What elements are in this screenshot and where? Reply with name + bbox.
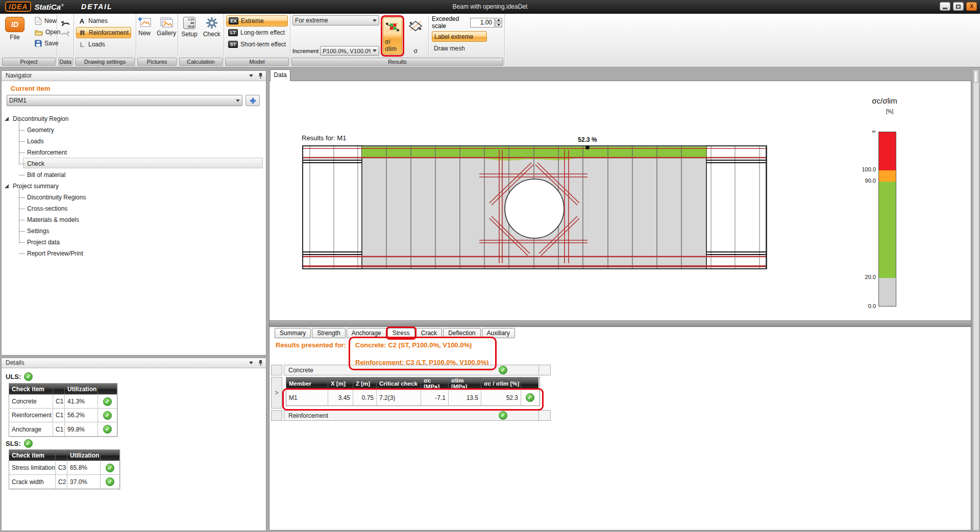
stepper-down-button[interactable]	[495, 23, 502, 28]
minimize-button[interactable]	[940, 2, 950, 11]
pin-icon[interactable]	[258, 360, 263, 366]
for-extreme-select[interactable]: For extreme	[292, 15, 379, 26]
add-item-button[interactable]	[246, 95, 260, 106]
tab-strength[interactable]: Strength	[312, 328, 345, 338]
table-row-m1[interactable]: M1 3.45 0.75 7.2(3) -7.1 13.5 52.3 ✓	[286, 390, 540, 406]
chevron-down-icon	[373, 19, 377, 22]
tree-item-cross-sections[interactable]: Cross-sections	[19, 204, 264, 214]
gallery-button[interactable]: Gallery	[155, 15, 178, 37]
label-extreme-toggle[interactable]: Label extreme	[432, 31, 487, 42]
sigma-slim-button[interactable]: σ/σlim	[383, 17, 402, 55]
check-button[interactable]: Check	[201, 15, 223, 38]
tab-auxiliary[interactable]: Auxiliary	[482, 328, 515, 338]
undo-icon[interactable]	[60, 20, 70, 27]
tab-crack[interactable]: Crack	[416, 328, 442, 338]
scale-tick-infinity: ∞	[850, 128, 876, 134]
expander-icon: >	[275, 389, 278, 396]
setup-icon: 1,15 90 25.8	[183, 17, 195, 29]
table-row[interactable]: Anchorage C1 99.8% ✓	[9, 422, 117, 436]
tree-item-label: Settings	[27, 227, 49, 235]
tree-item-settings[interactable]: Settings	[19, 226, 264, 236]
table-row[interactable]: Reinforcement C1 56.2% ✓	[9, 409, 117, 422]
increment-select[interactable]: P100.0%, V100.0%	[320, 46, 379, 56]
tab-stress[interactable]: Stress	[387, 328, 415, 338]
extreme-label: Extreme	[241, 17, 264, 24]
combination-cell: C1	[53, 409, 65, 422]
tree-expander-icon[interactable]	[5, 184, 9, 188]
short-term-toggle[interactable]: ST Short-term effect	[226, 39, 288, 50]
names-toggle[interactable]: A Names	[76, 15, 110, 27]
draw-mesh-toggle[interactable]: Draw mesh	[432, 43, 502, 54]
tree-item-label: Materials & models	[27, 216, 79, 223]
tab-deflection[interactable]: Deflection	[443, 328, 480, 338]
concrete-section-header[interactable]: Concrete ✓	[284, 365, 551, 375]
tab-data[interactable]: Data	[270, 69, 290, 81]
tree-item-loads[interactable]: Loads	[19, 136, 264, 146]
tree-item-project-data[interactable]: Project data	[19, 237, 264, 247]
names-label: Names	[88, 17, 108, 24]
tree-item-bill-of-material[interactable]: Bill of material	[19, 170, 264, 180]
tree-group-project-summary[interactable]: Project summary	[5, 181, 264, 191]
critical-check-cell: 7.2(3)	[377, 390, 421, 406]
table-row[interactable]: Concrete C1 41.3% ✓	[9, 395, 117, 409]
group-label-project: Project	[2, 58, 56, 66]
setup-button[interactable]: 1,15 90 25.8 Setup	[179, 15, 199, 38]
member-cell: M1	[286, 390, 328, 406]
app-logo: IDEA StatiCa® DETAIL	[5, 2, 113, 12]
vertical-scrollbar[interactable]	[973, 69, 979, 530]
tree-group-discontinuity-region[interactable]: Discontinuity Region	[5, 114, 264, 124]
current-item-select[interactable]: DRM1	[7, 95, 242, 106]
table-row[interactable]: Stress limitation C3 65.8% ✓	[9, 461, 119, 475]
results-for-label: Results for: M1	[302, 134, 346, 142]
tree-item-label: Report Preview/Print	[27, 250, 83, 257]
row-expander[interactable]: >	[271, 377, 282, 409]
tab-summary[interactable]: Summary	[275, 328, 311, 338]
long-term-toggle[interactable]: LT Long-term effect	[226, 27, 287, 38]
separator	[428, 16, 429, 57]
short-term-icon: ST	[228, 41, 238, 48]
picture-new-button[interactable]: New	[136, 15, 153, 37]
stepper-up-button[interactable]	[495, 18, 502, 22]
splitter-handle[interactable]	[270, 320, 971, 327]
chevron-down-icon	[236, 99, 240, 102]
tab-anchorage[interactable]: Anchorage	[347, 328, 386, 338]
tree-item-geometry[interactable]: Geometry	[19, 125, 264, 135]
reinforcement-section-header[interactable]: Reinforcement ✓	[284, 410, 551, 421]
pin-icon[interactable]	[258, 72, 263, 79]
exceeded-scale-input[interactable]	[470, 18, 495, 28]
ribbon-group-drawing-settings: A Names R Reinforcement L Loads Drawing …	[74, 14, 136, 67]
scrollbar-thumb[interactable]	[974, 70, 978, 83]
ribbon-group-calculation: 1,15 90 25.8 Setup Check	[178, 14, 224, 67]
concrete-section-title: Concrete	[288, 367, 313, 374]
idea-logo: IDEA	[5, 2, 31, 12]
tree-expander-icon[interactable]	[5, 117, 9, 121]
ribbon-group-project: ID File New Open Save Project	[1, 14, 57, 67]
redo-icon[interactable]	[60, 30, 70, 37]
close-button[interactable]: X	[966, 2, 977, 11]
reinforcement-toggle[interactable]: R Reinforcement	[76, 27, 131, 38]
tree-item-check[interactable]: Check	[19, 159, 264, 169]
sls-pass-icon: ✓	[24, 439, 33, 448]
panel-menu-icon[interactable]	[249, 362, 253, 364]
tree-item-reinforcement[interactable]: Reinforcement	[19, 147, 264, 158]
tree-item-discontinuity-regions[interactable]: Discontinuity Regions	[19, 192, 264, 202]
navigator-header[interactable]: Navigator	[2, 71, 266, 81]
pass-icon: ✓	[106, 477, 114, 486]
file-button[interactable]: ID File	[3, 15, 27, 41]
tree-item-materials-models[interactable]: Materials & models	[19, 215, 264, 225]
details-header[interactable]: Details	[2, 358, 266, 368]
ribbon-group-data: Data	[57, 14, 74, 67]
loads-toggle[interactable]: L Loads	[76, 39, 107, 50]
panel-menu-icon[interactable]	[249, 74, 253, 77]
maximize-button[interactable]	[953, 2, 964, 11]
navigator-panel: Navigator Current item DRM1 Discontinuit…	[1, 70, 266, 356]
open-folder-icon	[35, 29, 43, 36]
tree-item-report-preview-print[interactable]: Report Preview/Print	[19, 248, 264, 259]
table-row[interactable]: Crack width C2 37.0% ✓	[9, 475, 119, 489]
extreme-toggle[interactable]: EX Extreme	[226, 15, 288, 27]
column-header-sigma-c: σc [MPa]	[421, 377, 449, 390]
exceeded-scale-label: Exceeded scale	[432, 15, 467, 30]
sigma-button[interactable]: σ	[406, 15, 425, 58]
result-tabs: Summary Strength Anchorage Stress Crack …	[275, 328, 516, 338]
sigma-ratio-cell: 52.3	[481, 390, 521, 406]
